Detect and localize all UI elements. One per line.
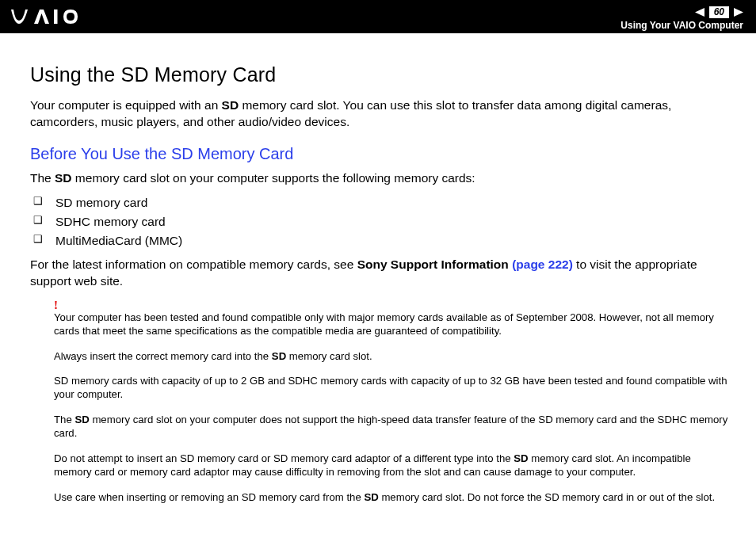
- bold-sd: SD: [55, 171, 72, 185]
- vaio-logo: [11, 0, 98, 33]
- pager: 60: [695, 6, 743, 18]
- text-span: memory card slot. Do not force the SD me…: [379, 491, 715, 503]
- subheading: Before You Use the SD Memory Card: [30, 145, 731, 163]
- bold-sd: SD: [364, 491, 378, 503]
- supports-paragraph: The SD memory card slot on your computer…: [30, 171, 731, 185]
- list-item: SD memory card: [30, 193, 731, 212]
- note-text: Always insert the correct memory card in…: [54, 349, 731, 363]
- page-title: Using the SD Memory Card: [30, 63, 731, 86]
- text-span: Always insert the correct memory card in…: [54, 350, 272, 362]
- text-span: memory card slot on your computer does n…: [54, 414, 727, 439]
- section-label: Using Your VAIO Computer: [620, 20, 743, 31]
- page-content: Using the SD Memory Card Your computer i…: [0, 33, 756, 504]
- note-text: The SD memory card slot on your computer…: [54, 413, 731, 441]
- list-item: SDHC memory card: [30, 212, 731, 231]
- header-right: 60 Using Your VAIO Computer: [620, 3, 743, 31]
- note-text: Use care when inserting or removing an S…: [54, 490, 731, 504]
- latest-info-paragraph: For the latest information on compatible…: [30, 257, 731, 290]
- bold-sd: SD: [222, 98, 239, 112]
- text-span: Your computer is equipped with an: [30, 98, 222, 112]
- page-reference-link[interactable]: (page 222): [512, 257, 573, 271]
- warning-icon: !: [54, 299, 731, 311]
- text-span: memory card slot.: [286, 350, 372, 362]
- bold-text: Sony Support Information: [357, 257, 512, 271]
- text-span: Do not attempt to insert an SD memory ca…: [54, 452, 514, 464]
- text-span: For the latest information on compatible…: [30, 257, 357, 271]
- list-item: MultiMediaCard (MMC): [30, 231, 731, 250]
- note-text: Your computer has been tested and found …: [54, 311, 731, 338]
- next-page-arrow-icon[interactable]: [734, 8, 743, 17]
- page-header: 60 Using Your VAIO Computer: [0, 0, 756, 33]
- intro-paragraph: Your computer is equipped with an SD mem…: [30, 97, 731, 131]
- bold-sd: SD: [514, 452, 528, 464]
- note-text: Do not attempt to insert an SD memory ca…: [54, 452, 731, 479]
- svg-rect-0: [54, 10, 58, 24]
- page-number: 60: [709, 6, 729, 18]
- notes-block: ! Your computer has been tested and foun…: [30, 299, 731, 504]
- prev-page-arrow-icon[interactable]: [695, 8, 704, 17]
- bullet-list: SD memory card SDHC memory card MultiMed…: [30, 193, 731, 250]
- bold-sd: SD: [272, 350, 286, 362]
- text-span: The: [54, 414, 74, 425]
- text-span: The: [30, 171, 55, 185]
- note-text: SD memory cards with capacity of up to 2…: [54, 374, 731, 402]
- bold-sd: SD: [74, 414, 89, 425]
- text-span: Use care when inserting or removing an S…: [54, 491, 364, 503]
- text-span: memory card slot on your computer suppor…: [72, 171, 475, 185]
